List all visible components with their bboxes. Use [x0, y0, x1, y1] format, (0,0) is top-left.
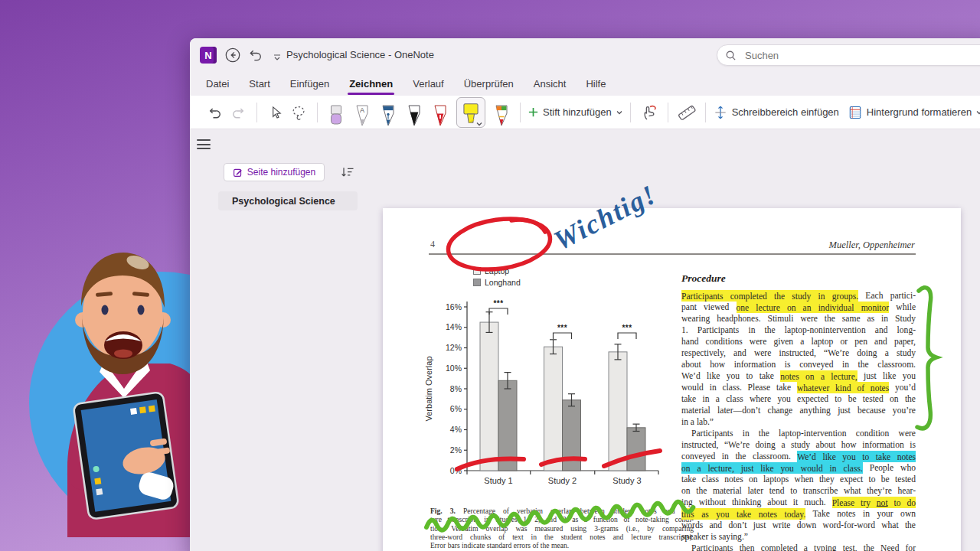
- tab-zeichnen[interactable]: Zeichnen: [339, 72, 403, 96]
- search-box[interactable]: [717, 44, 980, 66]
- section-heading: Procedure: [681, 272, 726, 285]
- sidebar-page-psychological-science[interactable]: Psychological Science: [218, 191, 358, 210]
- cursor-icon: [268, 105, 283, 120]
- text-line: on the material later tend to transcribe…: [681, 485, 916, 497]
- undo-icon: [207, 105, 223, 120]
- ruler-button[interactable]: [675, 100, 698, 125]
- text-line: respectively, and were instructed, “We’r…: [681, 347, 916, 359]
- yellow-highlighter-selected[interactable]: [456, 97, 485, 128]
- text-line: Participants in the laptop-intervention …: [681, 428, 916, 439]
- svg-text:***: ***: [622, 324, 632, 332]
- svg-text:***: ***: [493, 299, 503, 308]
- svg-text:2%: 2%: [450, 445, 462, 455]
- svg-text:A: A: [360, 106, 364, 114]
- separator: [668, 103, 668, 122]
- text-line: words and don’t just write down word-for…: [681, 520, 916, 531]
- chevron-down-icon: [616, 109, 623, 116]
- sort-pages-button[interactable]: [340, 165, 355, 180]
- svg-text:Study 1: Study 1: [484, 476, 512, 485]
- chevron-down-icon: [273, 53, 282, 62]
- page-item-label: Psychological Science: [232, 196, 335, 207]
- tab-datei[interactable]: Datei: [196, 72, 239, 96]
- black-pen[interactable]: [404, 102, 424, 128]
- galaxy-pen-icon: [492, 103, 511, 128]
- insert-writing-area-button[interactable]: Schreibbereich einfügen: [713, 104, 843, 121]
- red-pen[interactable]: [430, 102, 450, 128]
- titlebar: N Psychological Science - OneNote: [190, 38, 980, 72]
- svg-text:Study 3: Study 3: [612, 476, 641, 485]
- redo-button[interactable]: [227, 100, 250, 125]
- svg-text:14%: 14%: [446, 322, 462, 331]
- back-button[interactable]: [224, 46, 242, 64]
- svg-text:Study 2: Study 2: [548, 476, 577, 485]
- text-line: on a lecture, just like you would in cla…: [681, 462, 916, 474]
- separator: [705, 103, 706, 122]
- select-tool-button[interactable]: [264, 100, 287, 125]
- procedure-paragraphs: Participants completed the study in grou…: [681, 290, 916, 551]
- blue-pen[interactable]: [378, 102, 398, 128]
- separator: [317, 103, 318, 122]
- undo-button[interactable]: [204, 100, 227, 125]
- ink-replay-hand-button[interactable]: [638, 100, 661, 125]
- format-background-label: Hintergrund formatieren: [867, 106, 972, 118]
- tab-ansicht[interactable]: Ansicht: [524, 72, 577, 96]
- document-page[interactable]: 4 Mueller, Oppenheimer Laptop Longhand 0…: [383, 208, 961, 551]
- red-pen-icon: [431, 103, 449, 128]
- page-sidebar: Seite hinzufügen Psychological Science: [213, 158, 363, 551]
- galaxy-pen[interactable]: [492, 102, 511, 128]
- onenote-app-icon: N: [200, 47, 217, 64]
- insert-writing-area-label: Schreibbereich einfügen: [732, 106, 839, 118]
- black-pen-icon: [405, 103, 423, 128]
- tab-einfuegen[interactable]: Einfügen: [280, 72, 339, 96]
- text-line: We’d like you to take notes on a lecture…: [681, 370, 916, 382]
- green-brace-ink: [914, 282, 940, 442]
- redo-icon: [230, 105, 246, 120]
- plus-icon: [528, 106, 539, 118]
- tab-ueberpruefen[interactable]: Überprüfen: [454, 72, 524, 96]
- format-background-button[interactable]: Hintergrund formatieren: [848, 104, 980, 121]
- undo-title-button[interactable]: [247, 46, 265, 64]
- svg-text:8%: 8%: [450, 384, 462, 393]
- app-body: Seite hinzufügen Psychological Science 4…: [190, 130, 980, 551]
- text-line: would in class. Please take whatever kin…: [681, 382, 916, 393]
- quick-access-chevron[interactable]: [268, 48, 286, 67]
- add-page-label: Seite hinzufügen: [247, 167, 315, 178]
- ruler-icon: [677, 103, 697, 122]
- ink-to-text-pen[interactable]: A: [352, 102, 372, 128]
- ruled-page-icon: [848, 104, 863, 121]
- eraser-tool[interactable]: [326, 102, 346, 128]
- onenote-window: N Psychological Science - OneNote: [190, 38, 980, 551]
- text-line: take class notes on laptops when they ex…: [681, 474, 916, 485]
- text-line: material later—don’t change anything jus…: [681, 405, 916, 416]
- navigation-menu-button[interactable]: [197, 139, 211, 149]
- header-rule: [429, 253, 916, 255]
- chevron-down-icon: [975, 109, 980, 116]
- legend-label: Laptop: [485, 266, 509, 276]
- figure-caption: Fig. 3. Percentage of verbatim overlap b…: [430, 507, 694, 549]
- figure3-bar-chart: 0%2%4%6%8%10%12%14%16%Verbatim Overlap**…: [421, 285, 674, 514]
- tab-hilfe[interactable]: Hilfe: [576, 72, 616, 96]
- text-line: hand conditions were given a laptop or p…: [681, 336, 916, 347]
- text-line: ture transcripts in Studies 1, 2, and 3 …: [430, 515, 694, 523]
- expand-vertical-icon: [713, 104, 728, 121]
- text-line: Fig. 3. Percentage of verbatim overlap b…: [430, 507, 694, 515]
- text-line: ing without thinking about it much. Plea…: [681, 497, 916, 508]
- text-line: in a lab.”: [681, 416, 916, 428]
- search-input[interactable]: [743, 49, 980, 62]
- search-icon: [725, 50, 737, 61]
- separator: [256, 103, 257, 122]
- svg-text:0%: 0%: [450, 466, 462, 475]
- svg-text:Verbatim Overlap: Verbatim Overlap: [424, 357, 433, 422]
- tab-start[interactable]: Start: [239, 72, 279, 96]
- svg-text:6%: 6%: [450, 404, 462, 413]
- add-pen-button[interactable]: Stift hinzufügen: [528, 106, 623, 118]
- add-pen-label: Stift hinzufügen: [543, 106, 612, 118]
- text-line: 1. Participants in the laptop-noninterve…: [681, 324, 916, 336]
- add-page-button[interactable]: Seite hinzufügen: [224, 163, 325, 181]
- tab-verlauf[interactable]: Verlauf: [403, 72, 453, 96]
- lasso-select-button[interactable]: [287, 100, 310, 125]
- svg-text:4%: 4%: [450, 425, 462, 434]
- text-line: this as you take notes today. Take notes…: [681, 508, 916, 520]
- text-line: instructed, “We’re doing a study about h…: [681, 439, 916, 451]
- window-title: Psychological Science - OneNote: [286, 38, 434, 72]
